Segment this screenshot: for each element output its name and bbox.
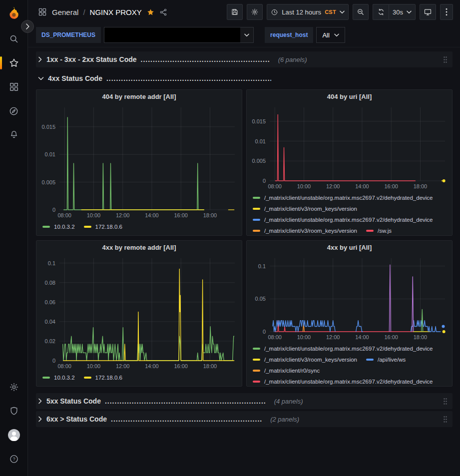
sidebar-item-server-admin[interactable] <box>4 401 24 421</box>
legend-series-swatch <box>253 348 260 350</box>
zoom-out-time-button[interactable] <box>353 4 369 20</box>
row-title-dots: ........................................… <box>106 74 271 82</box>
row-panel-count: (4 panels) <box>274 398 303 405</box>
legend-series-swatch <box>253 230 260 232</box>
legend-series-swatch <box>253 381 260 383</box>
svg-text:0.08: 0.08 <box>45 280 55 286</box>
sidebar-item-alerting[interactable] <box>4 125 24 145</box>
refresh-interval-picker[interactable]: 30s <box>389 4 416 20</box>
svg-text:14:00: 14:00 <box>145 363 159 369</box>
dashboard-header: General / NGINX PROXY <box>28 0 460 24</box>
legend-item[interactable]: /_matrix/client/unstable/org.matrix.msc2… <box>253 377 433 386</box>
sidebar-nav-bottom: ? <box>4 377 24 469</box>
time-series-chart[interactable]: 08:0010:0012:0014:0016:0018:0000.050.1 <box>247 254 452 342</box>
row-1xx-3xx-2xx-status-code[interactable]: 1xx - 3xx - 2xx Status Code ............… <box>36 51 453 67</box>
svg-text:12:00: 12:00 <box>116 363 130 369</box>
variable-label-request-host: request_host <box>265 27 313 43</box>
svg-text:14:00: 14:00 <box>145 212 159 218</box>
panel-title[interactable]: 4xx by uri [All] <box>247 241 452 254</box>
favorite-star-icon[interactable] <box>146 8 155 16</box>
row-6xx-status-code[interactable]: 6xx > Status Code ......................… <box>36 411 453 427</box>
dashboard-settings-button[interactable] <box>247 4 263 20</box>
legend-series-label: /_matrix/client/v3/room_keys/version <box>264 206 357 212</box>
grafana-logo[interactable] <box>5 5 22 22</box>
share-icon[interactable] <box>159 8 168 16</box>
save-dashboard-button[interactable] <box>227 4 243 20</box>
svg-text:10:00: 10:00 <box>87 363 101 369</box>
row-4xx-status-code[interactable]: 4xx Status Code ........................… <box>36 70 453 86</box>
legend-item[interactable]: /sw.js <box>366 226 392 235</box>
variable-value-ds-prometheus[interactable] <box>104 27 254 43</box>
redacted-value <box>104 27 240 42</box>
svg-text:0.015: 0.015 <box>252 118 266 124</box>
row-drag-handle-icon[interactable] <box>441 416 450 423</box>
svg-text:08:00: 08:00 <box>268 183 282 189</box>
legend-item[interactable]: /_matrix/client/v3/room_keys/version <box>253 355 357 364</box>
variable-label-ds-prometheus: DS_PROMETHEUS <box>36 27 101 43</box>
row-title-dots: ........................................… <box>105 397 266 405</box>
row-drag-handle-icon[interactable] <box>441 56 450 63</box>
sidebar-item-explore[interactable] <box>4 101 24 121</box>
time-series-chart[interactable]: 08:0010:0012:0014:0016:0018:0000.0050.01… <box>36 103 242 220</box>
sidebar-item-help[interactable]: ? <box>4 449 24 469</box>
help-icon: ? <box>9 454 19 464</box>
more-options-button[interactable] <box>440 4 453 20</box>
legend-item[interactable]: /_matrix/client/v3/room_keys/version <box>253 204 357 213</box>
legend-item[interactable]: 172.18.0.6 <box>84 373 122 382</box>
legend-item[interactable]: /api/live/ws <box>366 355 406 364</box>
legend-item[interactable]: /_matrix/client/v3/room_keys/version <box>253 226 357 235</box>
refresh-button[interactable] <box>373 4 389 20</box>
sidebar-item-configuration[interactable] <box>4 377 24 397</box>
time-series-chart[interactable]: 08:0010:0012:0014:0016:0018:0000.0050.01… <box>247 103 452 191</box>
breadcrumb-folder[interactable]: General <box>52 8 78 16</box>
dashboard-grid-icon <box>38 7 47 16</box>
cycle-view-mode-button[interactable] <box>420 4 436 20</box>
legend-item[interactable]: 10.0.3.2 <box>42 222 75 231</box>
legend-item[interactable]: /_matrix/client/r0/sync <box>253 366 320 375</box>
svg-text:12:00: 12:00 <box>326 334 340 340</box>
svg-text:12:00: 12:00 <box>326 183 340 189</box>
svg-text:0.015: 0.015 <box>41 124 55 130</box>
panel-title[interactable]: 404 by uri [All] <box>247 90 452 103</box>
panel-title[interactable]: 4xx by remote addr [All] <box>36 241 242 254</box>
sidebar-item-starred[interactable] <box>4 53 24 73</box>
row-drag-handle-icon[interactable] <box>441 398 450 405</box>
legend-item[interactable]: /_matrix/client/unstable/org.matrix.msc2… <box>253 215 433 224</box>
kebab-menu-icon <box>446 8 448 16</box>
monitor-icon <box>424 8 432 16</box>
row-panel-count: (2 panels) <box>270 416 299 423</box>
svg-text:?: ? <box>12 457 15 462</box>
row-5xx-status-code[interactable]: 5xx Status Code ........................… <box>36 393 453 409</box>
legend-item[interactable]: 10.0.3.2 <box>42 373 75 382</box>
panel-404-by-remote-addr: 404 by remote addr [All] 08:0010:0012:00… <box>36 89 242 236</box>
legend-series-swatch <box>253 219 260 221</box>
variable-value-request-host[interactable]: All <box>316 27 345 43</box>
svg-text:0.05: 0.05 <box>255 296 266 302</box>
avatar-icon <box>7 429 20 442</box>
grafana-flame-icon <box>7 6 21 20</box>
timezone-label: CST <box>325 9 336 15</box>
legend-series-swatch <box>253 208 260 210</box>
svg-text:16:00: 16:00 <box>174 212 188 218</box>
breadcrumb-dashboard-title[interactable]: NGINX PROXY <box>90 8 142 16</box>
breadcrumb-separator: / <box>83 8 85 16</box>
legend-series-label: /_matrix/client/v3/room_keys/version <box>264 228 357 234</box>
legend-item[interactable]: /_matrix/client/unstable/org.matrix.msc2… <box>253 344 433 353</box>
legend-series-label: /_matrix/client/unstable/org.matrix.msc2… <box>264 195 433 201</box>
dashboard-canvas: 1xx - 3xx - 2xx Status Code ............… <box>28 47 460 476</box>
legend-series-label: /sw.js <box>378 228 392 234</box>
legend-item[interactable]: 172.18.0.6 <box>84 222 122 231</box>
svg-text:0: 0 <box>52 207 55 213</box>
legend-series-swatch <box>84 226 91 228</box>
chevron-right-icon <box>38 398 42 404</box>
sidebar-item-dashboards[interactable] <box>4 77 24 97</box>
panel-title[interactable]: 404 by remote addr [All] <box>36 90 242 103</box>
time-series-chart[interactable]: 08:0010:0012:0014:0016:0018:0000.020.040… <box>36 254 242 371</box>
legend-series-swatch <box>253 359 260 361</box>
refresh-group: 30s <box>373 4 416 20</box>
user-avatar[interactable] <box>4 425 24 445</box>
sidebar-item-search[interactable] <box>4 29 24 49</box>
time-range-picker[interactable]: Last 12 hours CST <box>267 4 349 20</box>
legend-item[interactable]: /_matrix/client/unstable/org.matrix.msc2… <box>253 193 433 202</box>
panel-legend: 10.0.3.2172.18.0.6 <box>36 220 242 235</box>
